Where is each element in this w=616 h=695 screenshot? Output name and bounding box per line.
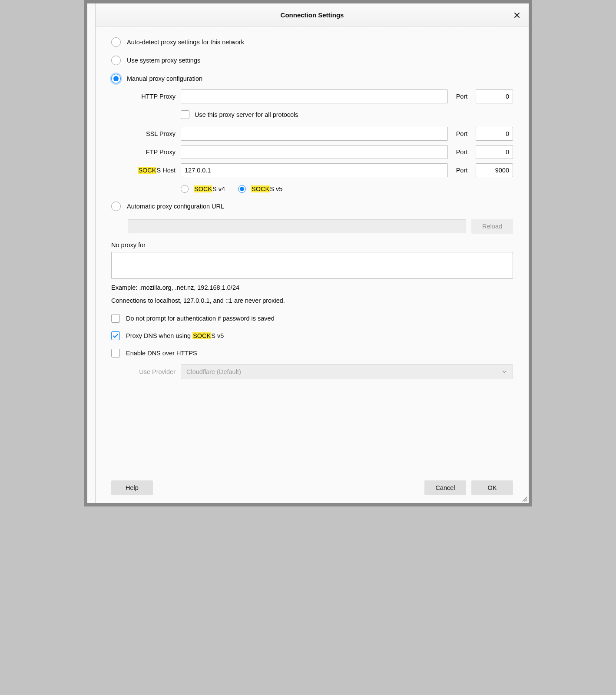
pac-url-input[interactable] [128, 219, 466, 233]
chevron-down-icon [501, 369, 507, 375]
http-proxy-input[interactable] [181, 89, 448, 103]
help-button[interactable]: Help [111, 480, 153, 495]
doh-provider-row: Use Provider Cloudflare (Default) [111, 364, 513, 379]
ok-button[interactable]: OK [471, 480, 513, 495]
ssl-proxy-input[interactable] [181, 127, 448, 141]
no-proxy-example: Example: .mozilla.org, .net.nz, 192.168.… [111, 283, 513, 293]
port-label: Port [452, 93, 471, 100]
pac-row: Reload [128, 219, 513, 234]
checkbox-icon [111, 314, 120, 323]
dialog-title: Connection Settings [281, 11, 344, 19]
check-proxy-dns-socks5[interactable]: Proxy DNS when using SOCKS v5 [111, 327, 513, 344]
radio-label: Automatic proxy configuration URL [127, 203, 224, 210]
connection-settings-dialog: Connection Settings Auto-detect proxy se… [95, 3, 529, 503]
ftp-port-input[interactable] [476, 145, 513, 159]
close-button[interactable] [511, 10, 523, 21]
provider-label: Use Provider [111, 368, 176, 375]
background-page-text: s tt w [84, 38, 86, 95]
socks-version-row: SOCKS v4 SOCKS v5 [181, 182, 513, 195]
check-enable-doh[interactable]: Enable DNS over HTTPS [111, 344, 513, 362]
manual-proxy-grid: HTTP Proxy Port Use this proxy server fo… [111, 89, 513, 195]
radio-socks-v4[interactable] [181, 185, 189, 193]
port-label: Port [452, 149, 471, 156]
no-proxy-section: No proxy for Example: .mozilla.org, .net… [111, 242, 513, 306]
no-proxy-input[interactable] [111, 252, 513, 279]
checkbox-label: Use this proxy server for all protocols [195, 111, 298, 118]
resize-grip[interactable] [521, 495, 528, 502]
http-port-input[interactable] [476, 89, 513, 103]
checkbox-label: Do not prompt for authentication if pass… [126, 315, 275, 322]
provider-selected: Cloudflare (Default) [186, 368, 241, 375]
provider-select[interactable]: Cloudflare (Default) [181, 364, 513, 379]
no-proxy-localhost-note: Connections to localhost, 127.0.0.1, and… [111, 296, 513, 306]
check-no-prompt-auth[interactable]: Do not prompt for authentication if pass… [111, 310, 513, 327]
socks-port-input[interactable] [476, 163, 513, 177]
no-proxy-label: No proxy for [111, 242, 513, 248]
radio-system-proxy[interactable]: Use system proxy settings [111, 51, 513, 70]
dialog-body: Auto-detect proxy settings for this netw… [96, 27, 529, 473]
socks-host-input[interactable] [181, 163, 448, 177]
radio-icon [111, 56, 121, 65]
radio-icon [111, 202, 121, 211]
checkbox-icon [111, 331, 120, 340]
socks-host-label: SOCKS Host [111, 167, 176, 174]
ssl-proxy-label: SSL Proxy [111, 130, 176, 137]
radio-icon [111, 37, 121, 47]
radio-auto-detect[interactable]: Auto-detect proxy settings for this netw… [111, 33, 513, 51]
radio-label: Auto-detect proxy settings for this netw… [127, 39, 244, 46]
ftp-proxy-input[interactable] [181, 145, 448, 159]
reload-button[interactable]: Reload [471, 219, 513, 234]
cancel-button[interactable]: Cancel [424, 480, 466, 495]
checkbox-label: Proxy DNS when using SOCKS v5 [126, 332, 224, 339]
checkbox-label: Enable DNS over HTTPS [126, 350, 197, 357]
radio-label: Use system proxy settings [127, 57, 200, 64]
radio-manual-proxy[interactable]: Manual proxy configuration [111, 70, 513, 88]
close-icon [513, 12, 520, 19]
radio-icon [111, 74, 121, 83]
radio-socks-v5[interactable] [238, 185, 246, 193]
radio-label: Manual proxy configuration [127, 75, 202, 82]
port-label: Port [452, 130, 471, 137]
checkbox-icon [111, 349, 120, 357]
http-proxy-label: HTTP Proxy [111, 93, 176, 100]
radio-pac-url[interactable]: Automatic proxy configuration URL [111, 197, 513, 215]
dialog-footer: Help Cancel OK [96, 473, 529, 503]
port-label: Port [452, 167, 471, 174]
socks-v5-label: SOCKS v5 [251, 185, 282, 192]
socks-v4-label: SOCKS v4 [194, 185, 225, 192]
checkbox-icon [181, 110, 189, 119]
dialog-header: Connection Settings [96, 3, 529, 27]
ssl-port-input[interactable] [476, 127, 513, 141]
use-all-protocols-row[interactable]: Use this proxy server for all protocols [181, 108, 513, 122]
checkmark-icon [112, 332, 119, 339]
resize-grip-icon [521, 495, 528, 502]
ftp-proxy-label: FTP Proxy [111, 149, 176, 156]
